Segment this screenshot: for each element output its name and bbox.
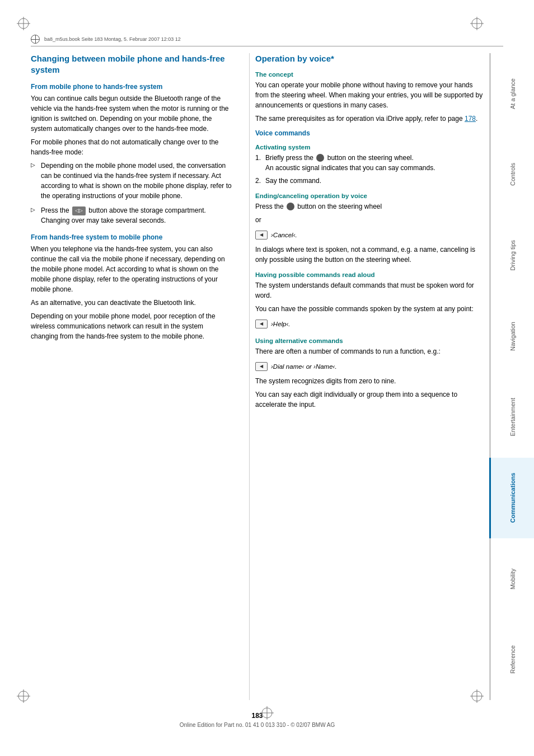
alternative-body3: You can say each digit individually or g… bbox=[255, 389, 484, 410]
from-mobile-body1: You can continue calls begun outside the… bbox=[31, 93, 232, 134]
bottom-center-crosshair bbox=[260, 706, 274, 720]
corner-tr bbox=[470, 17, 484, 30]
tab-navigation[interactable]: Navigation bbox=[489, 296, 534, 377]
page-ref-link[interactable]: 178 bbox=[465, 115, 476, 123]
cancel-command-icon bbox=[255, 231, 268, 240]
ending-body: Press the button on the steering wheel bbox=[255, 201, 484, 212]
right-section-title: Operation by voice* bbox=[255, 53, 484, 64]
cancel-command-box: ›Cancel‹. bbox=[255, 231, 297, 240]
tab-navigation-label: Navigation bbox=[509, 322, 516, 351]
dialname-command-text: ›Dial name‹ or ›Name‹. bbox=[271, 363, 337, 370]
subsection-title-from-mobile: From mobile phone to hands-free system bbox=[31, 83, 232, 91]
tab-reference-label: Reference bbox=[509, 645, 516, 674]
left-section-title: Changing between mobile phone and hands-… bbox=[31, 53, 232, 75]
dialname-command-box: ›Dial name‹ or ›Name‹. bbox=[255, 362, 337, 371]
concept-body2: The same prerequisites as for operation … bbox=[255, 114, 484, 124]
from-handsfree-body2: As an alternative, you can deactivate th… bbox=[31, 298, 232, 308]
right-column: Operation by voice* The concept You can … bbox=[249, 53, 484, 700]
steering-wheel-icon-2 bbox=[287, 203, 294, 210]
corner-bl bbox=[17, 689, 30, 703]
steering-wheel-icon-1 bbox=[316, 154, 324, 162]
right-sidebar: At a glance Controls Driving tips Naviga… bbox=[489, 53, 534, 700]
step-2: 2. Say the command. bbox=[255, 176, 484, 186]
possible-body1: The system understands default commands … bbox=[255, 280, 484, 300]
from-handsfree-body3: Depending on your mobile phone model, po… bbox=[31, 311, 232, 341]
step-1-sub: An acoustic signal indicates that you ca… bbox=[265, 163, 484, 173]
tab-communications-label: Communications bbox=[509, 473, 516, 523]
cancel-command-text: ›Cancel‹. bbox=[271, 232, 297, 238]
help-command-icon bbox=[255, 320, 268, 328]
alternative-body2: The system recognizes digits from zero t… bbox=[255, 376, 484, 386]
activating-steps: 1. Briefly press the button on the steer… bbox=[255, 153, 484, 186]
tab-mobility[interactable]: Mobility bbox=[489, 538, 534, 619]
help-command-box: ›Help‹. bbox=[255, 320, 291, 328]
tab-entertainment-label: Entertainment bbox=[509, 398, 516, 436]
tab-driving-tips-label: Driving tips bbox=[509, 240, 516, 270]
tab-reference[interactable]: Reference bbox=[489, 619, 534, 701]
concept-title: The concept bbox=[255, 71, 484, 78]
subsection-title-from-handsfree: From hands-free system to mobile phone bbox=[31, 233, 232, 241]
concept-body1: You can operate your mobile phone withou… bbox=[255, 80, 484, 110]
tab-controls-label: Controls bbox=[509, 163, 516, 186]
tab-driving-tips[interactable]: Driving tips bbox=[489, 215, 534, 296]
dialname-command-icon bbox=[255, 362, 268, 371]
tab-communications[interactable]: Communications bbox=[489, 458, 534, 539]
ending-title: Ending/canceling operation by voice bbox=[255, 192, 484, 199]
activating-title: Activating system bbox=[255, 144, 484, 151]
main-content: Changing between mobile phone and hands-… bbox=[31, 53, 484, 700]
from-mobile-body2: For mobile phones that do not automatica… bbox=[31, 137, 232, 157]
page-footer: 183 Online Edition for Part no. 01 41 0 … bbox=[31, 712, 484, 728]
tab-entertainment[interactable]: Entertainment bbox=[489, 377, 534, 458]
tab-controls[interactable]: Controls bbox=[489, 134, 534, 215]
alternative-title: Using alternative commands bbox=[255, 337, 484, 344]
from-mobile-bullets: Depending on the mobile phone model used… bbox=[31, 161, 232, 226]
ending-note: In dialogs where text is spoken, not a c… bbox=[255, 245, 484, 265]
corner-tl bbox=[17, 17, 30, 30]
from-handsfree-body1: When you telephone via the hands-free sy… bbox=[31, 244, 232, 294]
page-number: 183 bbox=[31, 712, 484, 720]
footer-text: Online Edition for Part no. 01 41 0 013 … bbox=[31, 722, 484, 728]
help-command-text: ›Help‹. bbox=[271, 321, 291, 327]
voice-commands-title: Voice commands bbox=[255, 129, 484, 137]
bullet-item-1: Depending on the mobile phone model used… bbox=[31, 161, 232, 201]
possible-title: Having possible commands read aloud bbox=[255, 271, 484, 278]
bullet-item-2: Press the ◁▷ button above the storage co… bbox=[31, 205, 232, 226]
meta-bar-text: ba8_m5us.book Seite 183 Montag, 5. Febru… bbox=[44, 36, 181, 42]
tab-mobility-label: Mobility bbox=[509, 569, 516, 589]
possible-body2: You can have the possible commands spoke… bbox=[255, 304, 484, 314]
page-container: ba8_m5us.book Seite 183 Montag, 5. Febru… bbox=[0, 0, 534, 756]
tab-at-a-glance-label: At a glance bbox=[509, 78, 516, 109]
hansfree-button-icon: ◁▷ bbox=[72, 206, 86, 215]
left-column: Changing between mobile phone and hands-… bbox=[31, 53, 249, 700]
meta-bar: ba8_m5us.book Seite 183 Montag, 5. Febru… bbox=[31, 35, 503, 46]
step-1: 1. Briefly press the button on the steer… bbox=[255, 153, 484, 173]
ending-or: or bbox=[255, 215, 484, 225]
crosshair-icon bbox=[31, 35, 40, 44]
alternative-body1: There are often a number of commands to … bbox=[255, 346, 484, 356]
tab-at-a-glance[interactable]: At a glance bbox=[489, 53, 534, 134]
